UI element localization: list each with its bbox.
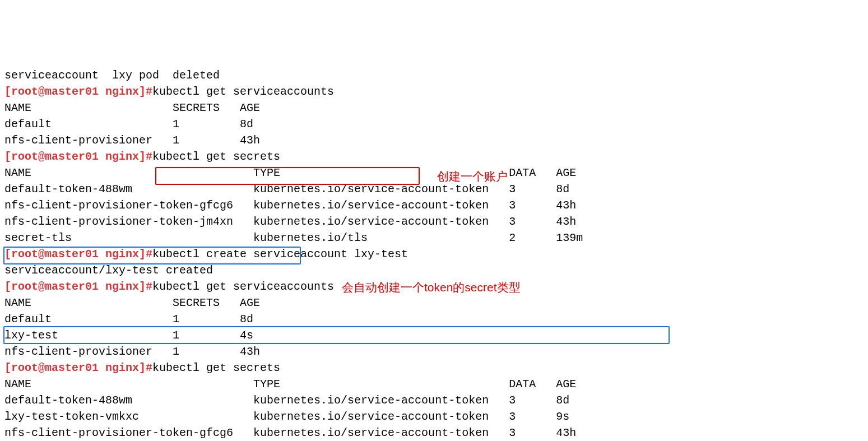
output-line: serviceaccount/lxy-test created [4, 264, 213, 277]
output-line: nfs-client-provisioner-token-jm4xn kuber… [4, 215, 576, 228]
command-text: kubectl get serviceaccounts [152, 280, 334, 293]
output-line: NAME SECRETS AGE [4, 101, 260, 114]
output-line: default-token-488wm kubernetes.io/servic… [4, 394, 569, 407]
output-line: secret-tls kubernetes.io/tls 2 139m [4, 231, 583, 244]
output-line: lxy-test 1 4s [4, 329, 253, 342]
terminal-output: serviceaccount lxy pod deleted [root@mas… [4, 67, 864, 441]
shell-prompt: [root@master01 nginx]# [4, 85, 152, 98]
command-text: kubectl get secrets [152, 150, 280, 163]
command-text: kubectl create serviceaccount lxy-test [152, 248, 408, 261]
output-line: default 1 8d [4, 118, 253, 131]
output-line: serviceaccount lxy pod deleted [4, 69, 220, 82]
annotation-auto-token: 会自动创建一个token的secret类型 [342, 279, 521, 296]
output-line: nfs-client-provisioner-token-gfcg6 kuber… [4, 199, 576, 212]
shell-prompt: [root@master01 nginx]# [4, 150, 152, 163]
output-line: nfs-client-provisioner-token-gfcg6 kuber… [4, 426, 576, 439]
output-line: lxy-test-token-vmkxc kubernetes.io/servi… [4, 410, 569, 423]
output-line: default 1 8d [4, 313, 253, 326]
output-line: nfs-client-provisioner 1 43h [4, 134, 260, 147]
output-line: NAME SECRETS AGE [4, 296, 260, 309]
output-line: NAME TYPE DATA AGE [4, 378, 576, 391]
output-line: nfs-client-provisioner 1 43h [4, 345, 260, 358]
shell-prompt: [root@master01 nginx]# [4, 280, 152, 293]
command-text: kubectl get secrets [152, 361, 280, 374]
shell-prompt: [root@master01 nginx]# [4, 248, 152, 261]
command-text: kubectl get serviceaccounts [152, 85, 334, 98]
shell-prompt: [root@master01 nginx]# [4, 361, 152, 374]
annotation-create-account: 创建一个账户 [437, 168, 508, 185]
